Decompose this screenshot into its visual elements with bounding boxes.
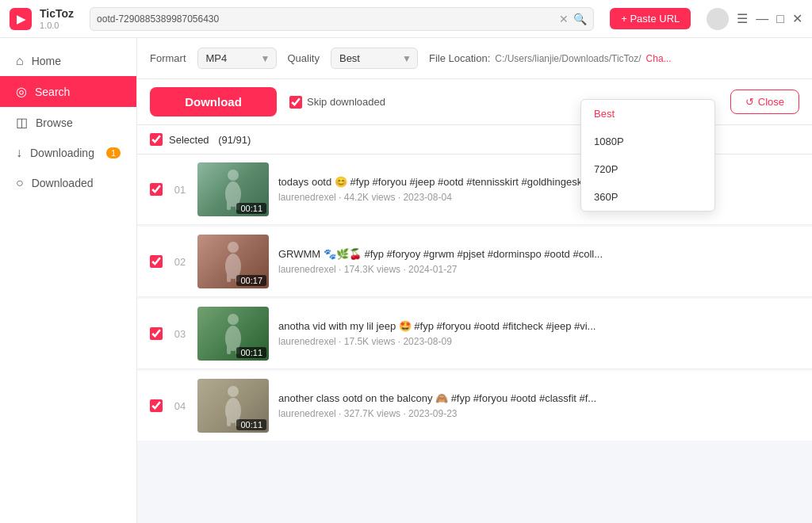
select-all-checkbox[interactable] bbox=[150, 133, 163, 146]
svg-rect-6 bbox=[227, 273, 231, 282]
item-checkbox[interactable] bbox=[150, 255, 163, 268]
skip-downloaded-checkbox[interactable] bbox=[289, 96, 302, 109]
close-refresh-icon: ↺ bbox=[745, 96, 754, 108]
item-number: 02 bbox=[172, 256, 188, 268]
file-location-row: File Location: C:/Users/lianjie/Download… bbox=[429, 52, 672, 64]
item-title: anotha vid with my lil jeep 🤩 #fyp #fory… bbox=[278, 320, 799, 332]
close-button[interactable]: ↺ Close bbox=[730, 90, 799, 114]
video-duration: 00:11 bbox=[236, 203, 266, 214]
video-item: 02 00:17 GRWMM 🐾🌿🍒 #fyp #foryoy #grwm #p… bbox=[137, 227, 812, 297]
quality-label: Quality bbox=[288, 52, 320, 64]
format-label: Formart bbox=[150, 52, 186, 64]
url-text: ootd-7290885389987056430 bbox=[97, 13, 554, 25]
quality-option[interactable]: 1080P bbox=[581, 128, 714, 155]
item-number: 01 bbox=[172, 184, 188, 196]
main-layout: ⌂ Home ◎ Search ◫ Browse ↓ Downloading 1… bbox=[0, 38, 812, 523]
selected-count: (91/91) bbox=[216, 134, 251, 146]
logo-icon: ▶ bbox=[17, 13, 25, 25]
svg-rect-14 bbox=[227, 417, 231, 426]
svg-point-12 bbox=[228, 386, 239, 397]
format-select[interactable]: MP4 MP3 AAC bbox=[197, 48, 277, 69]
minimize-button[interactable]: — bbox=[756, 12, 768, 26]
svg-rect-10 bbox=[227, 345, 231, 354]
video-duration: 00:11 bbox=[236, 347, 266, 358]
item-meta: laurenedrexel · 44.2K views · 2023-08-04 bbox=[278, 192, 799, 203]
sidebar-item-search[interactable]: ◎ Search bbox=[0, 76, 136, 107]
home-icon: ⌂ bbox=[16, 54, 24, 68]
browse-icon: ◫ bbox=[16, 115, 28, 130]
sidebar-item-downloading-label: Downloading bbox=[30, 147, 94, 159]
item-meta: laurenedrexel · 17.5K views · 2023-08-09 bbox=[278, 336, 799, 347]
item-title: todays ootd 😊 #fyp #foryou #jeep #ootd #… bbox=[278, 176, 799, 188]
quality-select[interactable]: Best 1080P 720P 360P bbox=[331, 48, 418, 69]
item-number: 03 bbox=[172, 328, 188, 340]
url-clear-icon[interactable]: ✕ bbox=[559, 13, 569, 25]
downloading-badge: 1 bbox=[106, 147, 121, 158]
item-title: another class ootd on the balcony 🙈 #fyp… bbox=[278, 392, 799, 404]
svg-rect-2 bbox=[227, 200, 231, 210]
item-info: GRWMM 🐾🌿🍒 #fyp #foryoy #grwm #pjset #dor… bbox=[278, 248, 799, 275]
download-button[interactable]: Download bbox=[150, 87, 277, 116]
thumbnail-wrap: 00:17 bbox=[197, 235, 269, 288]
thumbnail-wrap: 00:11 bbox=[197, 162, 269, 216]
item-info: anotha vid with my lil jeep 🤩 #fyp #fory… bbox=[278, 320, 799, 347]
sidebar-item-browse[interactable]: ◫ Browse bbox=[0, 107, 136, 138]
quality-option[interactable]: 360P bbox=[581, 183, 714, 211]
app-version: 1.0.0 bbox=[40, 21, 74, 30]
item-info: another class ootd on the balcony 🙈 #fyp… bbox=[278, 392, 799, 419]
sidebar: ⌂ Home ◎ Search ◫ Browse ↓ Downloading 1… bbox=[0, 38, 137, 523]
sidebar-item-downloaded[interactable]: ○ Downloaded bbox=[0, 168, 136, 198]
url-search-icon: 🔍 bbox=[573, 13, 587, 25]
video-item: 04 00:11 another class ootd on the balco… bbox=[137, 371, 812, 441]
app-name-block: TicToz 1.0.0 bbox=[40, 7, 74, 30]
app-logo: ▶ bbox=[10, 8, 32, 30]
app-name: TicToz bbox=[40, 7, 74, 21]
quality-option[interactable]: 720P bbox=[581, 155, 714, 183]
sidebar-item-browse-label: Browse bbox=[36, 116, 73, 129]
skip-downloaded-text: Skip downloaded bbox=[307, 96, 385, 108]
sidebar-item-downloaded-label: Downloaded bbox=[32, 177, 94, 189]
sidebar-item-downloading[interactable]: ↓ Downloading 1 bbox=[0, 138, 136, 168]
close-btn-label: Close bbox=[758, 96, 784, 108]
paste-url-button[interactable]: + Paste URL bbox=[610, 8, 691, 29]
downloading-icon: ↓ bbox=[16, 146, 22, 160]
maximize-button[interactable]: □ bbox=[776, 12, 784, 26]
menu-button[interactable]: ☰ bbox=[737, 11, 748, 26]
toolbar-row1: Formart MP4 MP3 AAC ▼ Quality Best 1080P… bbox=[137, 38, 812, 79]
file-location-path: C:/Users/lianjie/Downloads/TicToz/ bbox=[495, 53, 641, 64]
sidebar-item-search-label: Search bbox=[35, 86, 70, 98]
sidebar-item-home[interactable]: ⌂ Home bbox=[0, 46, 136, 76]
selected-label: Selected bbox=[169, 134, 209, 146]
content-area: Formart MP4 MP3 AAC ▼ Quality Best 1080P… bbox=[137, 38, 812, 523]
video-duration: 00:11 bbox=[236, 419, 266, 430]
thumbnail-wrap: 00:11 bbox=[197, 307, 269, 361]
close-window-button[interactable]: ✕ bbox=[792, 11, 802, 26]
item-title: GRWMM 🐾🌿🍒 #fyp #foryoy #grwm #pjset #dor… bbox=[278, 248, 799, 260]
item-meta: laurenedrexel · 327.7K views · 2023-09-2… bbox=[278, 408, 799, 419]
item-checkbox[interactable] bbox=[150, 183, 163, 196]
format-select-wrap: MP4 MP3 AAC ▼ bbox=[197, 48, 277, 69]
item-checkbox[interactable] bbox=[150, 399, 163, 412]
title-bar-right: ☰ — □ ✕ bbox=[707, 8, 802, 30]
skip-downloaded-label[interactable]: Skip downloaded bbox=[289, 96, 385, 109]
file-location-label: File Location: bbox=[429, 52, 490, 64]
item-meta: laurenedrexel · 174.3K views · 2024-01-2… bbox=[278, 264, 799, 275]
item-info: todays ootd 😊 #fyp #foryou #jeep #ootd #… bbox=[278, 176, 799, 203]
svg-point-0 bbox=[228, 170, 239, 181]
thumbnail-wrap: 00:11 bbox=[197, 379, 269, 433]
svg-point-4 bbox=[228, 242, 239, 253]
url-bar[interactable]: ootd-7290885389987056430 ✕ 🔍 bbox=[90, 7, 594, 31]
downloaded-icon: ○ bbox=[16, 176, 24, 190]
title-bar: ▶ TicToz 1.0.0 ootd-7290885389987056430 … bbox=[0, 0, 812, 38]
quality-dropdown: Best1080P720P360P bbox=[580, 99, 715, 212]
search-icon: ◎ bbox=[16, 84, 27, 99]
video-duration: 00:17 bbox=[236, 275, 266, 286]
item-checkbox[interactable] bbox=[150, 327, 163, 340]
quality-select-wrap: Best 1080P 720P 360P ▼ bbox=[331, 48, 418, 69]
sidebar-item-home-label: Home bbox=[32, 55, 61, 67]
item-number: 04 bbox=[172, 400, 188, 412]
file-location-change[interactable]: Cha... bbox=[646, 53, 672, 64]
avatar[interactable] bbox=[707, 8, 729, 30]
quality-option[interactable]: Best bbox=[581, 100, 714, 128]
svg-point-8 bbox=[228, 314, 239, 325]
